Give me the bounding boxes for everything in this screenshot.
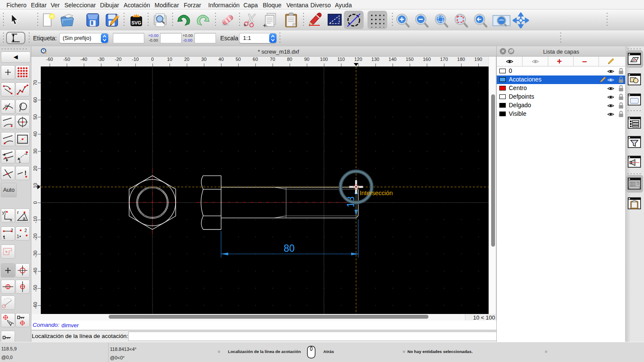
svg-text:!: ! xyxy=(24,169,27,176)
svg-text:-20: -20 xyxy=(33,233,38,240)
svg-text:-10: -10 xyxy=(132,57,139,62)
svg-text:-60: -60 xyxy=(33,302,38,309)
svg-text:-10: -10 xyxy=(33,216,38,223)
svg-text:x: x xyxy=(10,217,12,222)
svg-text:-60: -60 xyxy=(46,57,53,62)
svg-text:50: 50 xyxy=(236,57,241,62)
svg-text:1: 1 xyxy=(18,159,21,163)
svg-text:r: r xyxy=(17,210,19,215)
svg-text:140: 140 xyxy=(389,57,396,62)
svg-text:1: 1 xyxy=(17,234,19,239)
svg-text:180: 180 xyxy=(457,57,465,62)
svg-text:y|: y| xyxy=(2,210,6,215)
svg-text:110: 110 xyxy=(337,57,345,62)
svg-text:1: 1 xyxy=(3,235,6,240)
svg-text:70: 70 xyxy=(270,57,275,62)
svg-text:-40: -40 xyxy=(33,268,38,275)
svg-text:2: 2 xyxy=(24,228,27,233)
svg-text:190: 190 xyxy=(474,57,482,62)
svg-text:0: 0 xyxy=(151,57,154,62)
svg-text:30: 30 xyxy=(201,57,207,62)
svg-text:50: 50 xyxy=(33,114,38,119)
svg-text:SVG: SVG xyxy=(131,20,141,25)
svg-text:-20: -20 xyxy=(115,57,122,62)
svg-text:10: 10 xyxy=(167,57,172,62)
svg-text:20: 20 xyxy=(33,166,38,171)
svg-text:130: 130 xyxy=(371,57,379,62)
svg-text:20: 20 xyxy=(184,57,189,62)
svg-text:+: + xyxy=(243,22,246,27)
svg-text:120: 120 xyxy=(354,57,362,62)
svg-text:80: 80 xyxy=(284,243,295,254)
svg-text:-50: -50 xyxy=(33,285,38,292)
svg-text:150: 150 xyxy=(406,57,413,62)
svg-text:-30: -30 xyxy=(97,57,104,62)
svg-text:170: 170 xyxy=(440,57,448,62)
svg-text:+: + xyxy=(263,22,266,28)
svg-text:a: a xyxy=(23,216,26,221)
svg-text:90: 90 xyxy=(304,57,309,62)
svg-text:-50: -50 xyxy=(63,57,70,62)
svg-text:Intersección: Intersección xyxy=(360,190,393,196)
svg-text:Command:: Command: xyxy=(629,185,636,187)
svg-text:-30: -30 xyxy=(33,250,38,257)
svg-text:80: 80 xyxy=(287,57,292,62)
svg-text:0: 0 xyxy=(33,201,38,204)
svg-text:10: 10 xyxy=(33,183,38,188)
svg-text:40: 40 xyxy=(33,131,38,136)
svg-text:60: 60 xyxy=(33,97,38,102)
svg-text:60: 60 xyxy=(253,57,258,62)
svg-text:70: 70 xyxy=(33,80,38,85)
svg-text:160: 160 xyxy=(423,57,431,62)
svg-text:100: 100 xyxy=(320,57,328,62)
svg-text:40: 40 xyxy=(219,57,224,62)
svg-text:30: 30 xyxy=(33,148,38,154)
svg-text:-40: -40 xyxy=(80,57,87,62)
